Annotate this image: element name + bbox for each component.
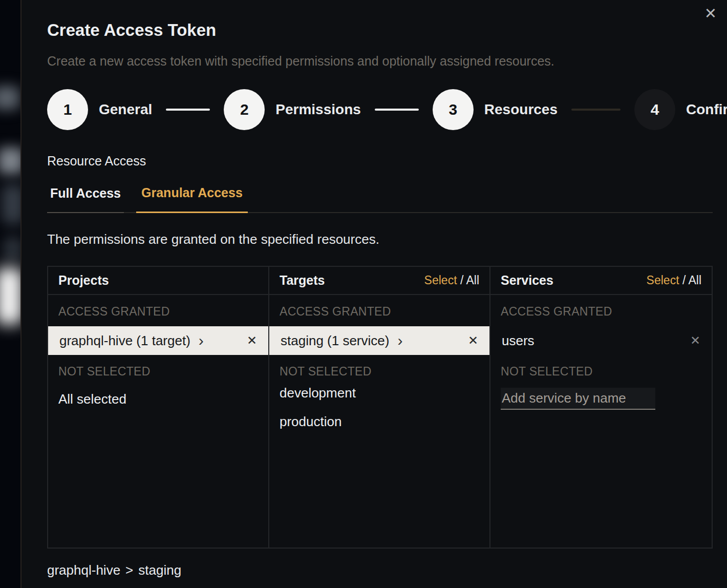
resource-selection-table: Projects ACCESS GRANTED graphql-hive (1 … <box>47 266 713 549</box>
breadcrumb-project: graphql-hive <box>47 562 120 578</box>
background-blur-shape <box>2 184 22 224</box>
dialog-title: Create Access Token <box>47 0 713 40</box>
column-title: Projects <box>58 273 109 288</box>
all-link[interactable]: All <box>466 274 479 287</box>
step-label: Permissions <box>275 101 361 118</box>
step-confirm[interactable]: 4 Confirm <box>634 89 727 130</box>
target-option-development[interactable]: development <box>269 379 489 407</box>
stepper: 1 General 2 Permissions 3 Resources 4 Co… <box>47 89 713 130</box>
background-page <box>0 0 22 588</box>
step-connector <box>166 109 210 111</box>
chevron-right-icon: › <box>199 333 204 348</box>
service-name: users <box>502 333 534 349</box>
resource-access-heading: Resource Access <box>47 154 713 169</box>
access-mode-tabs: Full Access Granular Access <box>47 185 713 213</box>
not-selected-label: NOT SELECTED <box>280 365 479 379</box>
close-icon[interactable]: ✕ <box>704 6 717 21</box>
access-granted-label: ACCESS GRANTED <box>58 305 258 319</box>
project-name: graphql-hive (1 target) <box>59 333 190 349</box>
granular-access-description: The permissions are granted on the speci… <box>47 232 713 247</box>
step-number-circle: 4 <box>634 89 675 130</box>
step-general[interactable]: 1 General <box>47 89 152 130</box>
step-permissions[interactable]: 2 Permissions <box>224 89 361 130</box>
services-column-header: Services Select / All <box>490 267 712 295</box>
services-select-all: Select / All <box>647 274 701 287</box>
services-column: Services Select / All ACCESS GRANTED use… <box>490 267 712 548</box>
breadcrumb: graphql-hive>staging <box>47 562 713 578</box>
not-selected-label: NOT SELECTED <box>501 365 701 379</box>
step-number-circle: 3 <box>433 89 474 130</box>
add-service-input[interactable] <box>501 388 655 410</box>
target-name: staging (1 service) <box>281 333 389 349</box>
step-connector <box>571 109 621 111</box>
tab-full-access[interactable]: Full Access <box>47 185 124 213</box>
project-row-graphql-hive[interactable]: graphql-hive (1 target) › ✕ <box>48 326 268 355</box>
step-number-circle: 1 <box>47 89 88 130</box>
projects-column: Projects ACCESS GRANTED graphql-hive (1 … <box>48 267 269 548</box>
select-all-separator: / <box>679 274 689 287</box>
breadcrumb-target: staging <box>138 562 181 578</box>
targets-column-header: Targets Select / All <box>269 267 489 295</box>
remove-project-icon[interactable]: ✕ <box>247 334 257 347</box>
targets-select-all: Select / All <box>424 274 479 287</box>
select-all-separator: / <box>457 274 466 287</box>
step-number-circle: 2 <box>224 89 265 130</box>
all-link[interactable]: All <box>688 274 701 287</box>
projects-column-header: Projects <box>48 267 268 295</box>
background-blur-shape <box>3 237 22 261</box>
chevron-right-icon: › <box>397 333 402 348</box>
create-access-token-dialog: ✕ Create Access Token Create a new acces… <box>20 0 727 588</box>
step-label: Resources <box>484 101 558 118</box>
step-resources[interactable]: 3 Resources <box>433 89 558 130</box>
remove-target-icon[interactable]: ✕ <box>468 334 478 347</box>
step-label: Confirm <box>686 101 727 118</box>
projects-all-selected-note: All selected <box>48 385 268 413</box>
column-title: Targets <box>280 273 325 288</box>
targets-column: Targets Select / All ACCESS GRANTED stag… <box>269 267 490 548</box>
service-row-users[interactable]: users ✕ <box>490 326 712 355</box>
step-connector <box>375 109 419 111</box>
access-granted-label: ACCESS GRANTED <box>280 305 479 319</box>
background-blur-shape <box>0 148 22 174</box>
column-title: Services <box>501 273 553 288</box>
step-label: General <box>99 101 152 118</box>
remove-service-icon[interactable]: ✕ <box>690 334 700 347</box>
not-selected-label: NOT SELECTED <box>58 365 258 379</box>
select-link[interactable]: Select <box>647 274 679 287</box>
access-granted-label: ACCESS GRANTED <box>501 305 701 319</box>
background-blur-shape <box>0 86 19 110</box>
background-blur-button <box>0 267 22 325</box>
breadcrumb-separator: > <box>125 562 133 578</box>
target-option-production[interactable]: production <box>269 407 489 436</box>
tab-granular-access[interactable]: Granular Access <box>136 185 248 213</box>
select-link[interactable]: Select <box>424 274 457 287</box>
target-row-staging[interactable]: staging (1 service) › ✕ <box>269 326 489 355</box>
dialog-subtitle: Create a new access token with specified… <box>47 54 713 69</box>
